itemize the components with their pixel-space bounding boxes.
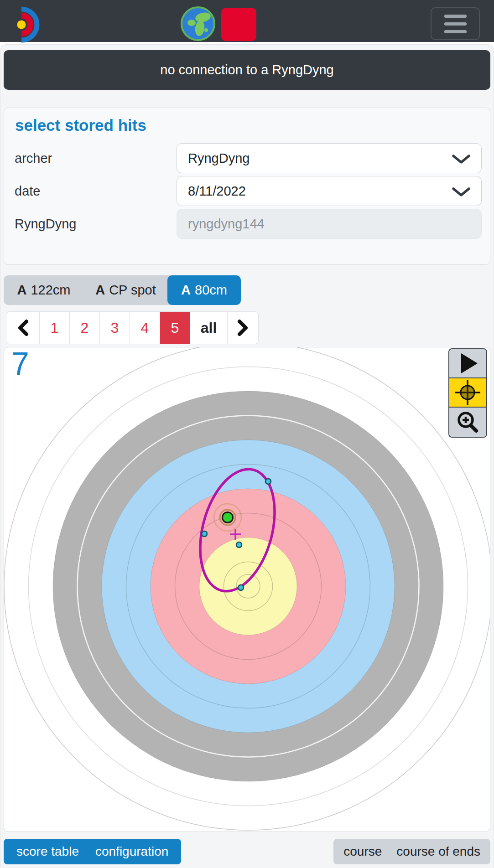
next-end-button[interactable] — [228, 311, 259, 344]
date-row: date 8/11/2022 — [12, 176, 482, 206]
panel-title: select stored hits — [15, 116, 482, 134]
end-page-5-active[interactable]: 5 — [160, 311, 190, 344]
globe-icon[interactable] — [180, 6, 216, 41]
target-face-visualization[interactable] — [4, 347, 490, 832]
target-face-tabs: A 122cm A CP spot A 80cm — [4, 275, 241, 305]
ryngdyng-row: RyngDyng ryngdyng144 — [12, 209, 482, 239]
menu-button[interactable] — [431, 7, 480, 40]
archer-select-value: RyngDyng — [188, 151, 250, 166]
zoom-in-icon — [449, 408, 486, 436]
score-table-button[interactable]: score table — [16, 844, 79, 859]
prev-end-button[interactable] — [6, 311, 40, 344]
end-page-all[interactable]: all — [190, 311, 228, 344]
select-stored-hits-panel: select stored hits archer RyngDyng date … — [4, 108, 490, 265]
app-header — [0, 0, 494, 42]
tab-a-80cm[interactable]: A 80cm — [167, 275, 241, 305]
hamburger-icon — [444, 15, 467, 18]
chevron-left-icon — [17, 319, 29, 336]
end-page-2[interactable]: 2 — [70, 311, 100, 344]
target-board[interactable]: 7 — [4, 347, 490, 832]
footer-left-group: score table configuration — [4, 839, 181, 864]
chevron-down-icon — [452, 187, 470, 197]
tab-a-122cm[interactable]: A 122cm — [4, 275, 84, 305]
play-button[interactable] — [449, 349, 486, 378]
tab-a-cp-spot[interactable]: A CP spot — [84, 275, 167, 305]
end-page-4[interactable]: 4 — [130, 311, 160, 344]
end-pagination: 1 2 3 4 5 all — [6, 311, 259, 344]
footer-right-group: course course of ends — [333, 839, 490, 864]
crosshair-icon — [449, 379, 486, 406]
end-score: 7 — [11, 347, 29, 382]
crosshair-button[interactable] — [449, 378, 486, 408]
connection-status-banner: no connection to a RyngDyng — [4, 50, 490, 90]
date-select[interactable]: 8/11/2022 — [177, 176, 482, 206]
date-select-value: 8/11/2022 — [188, 184, 246, 199]
page-container: no connection to a RyngDyng select store… — [0, 44, 494, 868]
archer-label: archer — [12, 151, 177, 166]
configuration-button[interactable]: configuration — [95, 844, 168, 859]
zoom-button[interactable] — [449, 408, 486, 437]
footer-bar: score table configuration course course … — [4, 839, 490, 864]
course-button[interactable]: course — [343, 844, 382, 859]
course-of-ends-button[interactable]: course of ends — [396, 844, 480, 859]
archer-row: archer RyngDyng — [12, 143, 482, 173]
ryngdyng-device-value: ryngdyng144 — [188, 217, 265, 232]
chevron-right-icon — [237, 319, 249, 336]
board-toolbar — [448, 348, 487, 438]
red-flag-square[interactable] — [221, 8, 256, 41]
app-logo-target-icon — [5, 4, 51, 46]
ryngdyng-label: RyngDyng — [12, 217, 177, 232]
archer-select[interactable]: RyngDyng — [177, 143, 482, 173]
ryngdyng-device-field: ryngdyng144 — [177, 209, 482, 239]
connection-status-text: no connection to a RyngDyng — [160, 62, 333, 78]
chevron-down-icon — [452, 155, 470, 165]
end-page-1[interactable]: 1 — [40, 311, 70, 344]
play-icon — [449, 351, 486, 375]
date-label: date — [12, 184, 177, 199]
end-page-3[interactable]: 3 — [100, 311, 130, 344]
